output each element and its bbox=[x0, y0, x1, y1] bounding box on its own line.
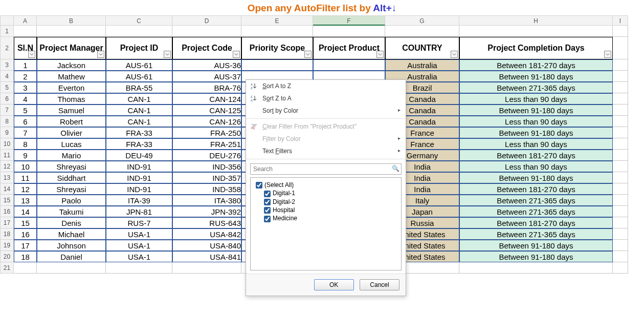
cell-completion[interactable]: Between 181-270 days bbox=[459, 150, 613, 161]
cell-project-code[interactable]: FRA-250 bbox=[172, 127, 241, 138]
cell-project-id[interactable]: AUS-61 bbox=[106, 59, 172, 71]
col-header-G[interactable]: G bbox=[385, 15, 459, 26]
cell-manager[interactable]: Mathew bbox=[37, 71, 106, 82]
row-header-16[interactable]: 16 bbox=[0, 206, 14, 217]
cell-completion[interactable]: Less than 90 days bbox=[459, 116, 613, 127]
cell-sln[interactable]: 2 bbox=[14, 71, 37, 82]
cell-manager[interactable]: Siddhart bbox=[37, 172, 106, 183]
cell-completion[interactable]: Between 181-270 days bbox=[459, 217, 613, 228]
filter-option[interactable]: Digital-2 bbox=[253, 198, 399, 206]
row-header-19[interactable]: 19 bbox=[0, 240, 14, 251]
ok-button[interactable]: OK bbox=[314, 279, 354, 290]
cell-project-code[interactable]: FRA-251 bbox=[172, 138, 241, 150]
row-header-18[interactable]: 18 bbox=[0, 228, 14, 240]
cell-manager[interactable]: Takumi bbox=[37, 206, 106, 217]
filter-checkbox[interactable] bbox=[264, 191, 271, 197]
cell-project-code[interactable]: RUS-643 bbox=[172, 217, 241, 228]
filter-dropdown-button[interactable] bbox=[97, 51, 104, 58]
empty-cell[interactable] bbox=[172, 262, 241, 274]
col-header-B[interactable]: B bbox=[37, 15, 106, 26]
cell-project-code[interactable]: IND-356 bbox=[172, 161, 241, 172]
cell-project-id[interactable]: CAN-1 bbox=[106, 116, 172, 127]
cell-completion[interactable]: Less than 90 days bbox=[459, 161, 613, 172]
empty-cell[interactable] bbox=[459, 26, 613, 37]
cell-project-id[interactable]: USA-1 bbox=[106, 228, 172, 240]
cell-project-code[interactable]: CAN-125 bbox=[172, 105, 241, 116]
cell-project-code[interactable]: AUS-37 bbox=[172, 71, 241, 82]
empty-cell[interactable] bbox=[613, 172, 628, 183]
col-header-D[interactable]: D bbox=[172, 15, 241, 26]
row-header-11[interactable]: 11 bbox=[0, 150, 14, 161]
row-header-15[interactable]: 15 bbox=[0, 195, 14, 206]
empty-cell[interactable] bbox=[613, 150, 628, 161]
cell-manager[interactable]: Lucas bbox=[37, 138, 106, 150]
empty-cell[interactable] bbox=[613, 240, 628, 251]
sort-a-to-z[interactable]: AZ Sort A to Z bbox=[246, 80, 406, 92]
cell-manager[interactable]: Jackson bbox=[37, 59, 106, 71]
cell-manager[interactable]: Shreyasi bbox=[37, 183, 106, 195]
cell-manager[interactable]: Paolo bbox=[37, 195, 106, 206]
cell-sln[interactable]: 9 bbox=[14, 150, 37, 161]
col-header-F[interactable]: F bbox=[313, 15, 385, 26]
col-header-H[interactable]: H bbox=[459, 15, 613, 26]
row-header-2[interactable]: 2 bbox=[0, 37, 14, 59]
empty-cell[interactable] bbox=[613, 206, 628, 217]
cell-project-code[interactable]: JPN-392 bbox=[172, 206, 241, 217]
filter-checkbox[interactable] bbox=[264, 216, 271, 222]
empty-cell[interactable] bbox=[613, 71, 628, 82]
table-header[interactable]: Sl.N bbox=[14, 37, 37, 59]
cell-project-id[interactable]: DEU-49 bbox=[106, 150, 172, 161]
cell-project-code[interactable]: AUS-36 bbox=[172, 59, 241, 71]
cell-project-id[interactable]: JPN-81 bbox=[106, 206, 172, 217]
cell-completion[interactable]: Between 271-365 days bbox=[459, 195, 613, 206]
empty-cell[interactable] bbox=[385, 26, 459, 37]
cell-project-id[interactable]: IND-91 bbox=[106, 172, 172, 183]
cell-project-id[interactable]: IND-91 bbox=[106, 183, 172, 195]
filter-dropdown-button[interactable] bbox=[233, 51, 240, 58]
filter-dropdown-button[interactable] bbox=[451, 51, 458, 58]
col-header-A[interactable]: A bbox=[14, 15, 37, 26]
filter-dropdown-button[interactable] bbox=[604, 51, 611, 58]
cell-sln[interactable]: 16 bbox=[14, 228, 37, 240]
filter-option[interactable]: Hospital bbox=[253, 206, 399, 214]
cell-sln[interactable]: 13 bbox=[14, 195, 37, 206]
row-header-4[interactable]: 4 bbox=[0, 71, 14, 82]
table-header[interactable]: Project Completion Days bbox=[459, 37, 613, 59]
table-header[interactable]: COUNTRY bbox=[385, 37, 459, 59]
cell-project-code[interactable]: DEU-276 bbox=[172, 150, 241, 161]
cell-project-code[interactable]: USA-841 bbox=[172, 251, 241, 262]
filter-dropdown-button[interactable] bbox=[304, 51, 312, 58]
cell-project-code[interactable]: USA-842 bbox=[172, 228, 241, 240]
cell-manager[interactable]: Everton bbox=[37, 82, 106, 93]
row-header-14[interactable]: 14 bbox=[0, 183, 14, 195]
row-header-13[interactable]: 13 bbox=[0, 172, 14, 183]
cell-manager[interactable]: Thomas bbox=[37, 93, 106, 105]
cell-project-id[interactable]: IND-91 bbox=[106, 161, 172, 172]
cell-sln[interactable]: 4 bbox=[14, 93, 37, 105]
cell-sln[interactable]: 15 bbox=[14, 217, 37, 228]
cell-completion[interactable]: Between 271-365 days bbox=[459, 228, 613, 240]
cell-project-code[interactable]: CAN-126 bbox=[172, 116, 241, 127]
row-header-5[interactable]: 5 bbox=[0, 82, 14, 93]
empty-cell[interactable] bbox=[613, 262, 628, 274]
row-header-8[interactable]: 8 bbox=[0, 116, 14, 127]
empty-cell[interactable] bbox=[613, 195, 628, 206]
filter-option[interactable]: Medicine bbox=[253, 214, 399, 222]
cell-completion[interactable]: Between 271-365 days bbox=[459, 206, 613, 217]
empty-cell[interactable] bbox=[241, 26, 313, 37]
empty-cell[interactable] bbox=[613, 228, 628, 240]
cell-project-id[interactable]: RUS-7 bbox=[106, 217, 172, 228]
row-header-9[interactable]: 9 bbox=[0, 127, 14, 138]
cell-completion[interactable]: Between 91-180 days bbox=[459, 251, 613, 262]
cell-manager[interactable]: Samuel bbox=[37, 105, 106, 116]
empty-cell[interactable] bbox=[37, 262, 106, 274]
cell-sln[interactable]: 12 bbox=[14, 183, 37, 195]
row-header-3[interactable]: 3 bbox=[0, 59, 14, 71]
row-header-10[interactable]: 10 bbox=[0, 138, 14, 150]
filter-option[interactable]: (Select All) bbox=[253, 181, 399, 189]
row-header-17[interactable]: 17 bbox=[0, 217, 14, 228]
cell-country[interactable]: Australia bbox=[385, 59, 459, 71]
empty-cell[interactable] bbox=[613, 127, 628, 138]
cell-sln[interactable]: 6 bbox=[14, 116, 37, 127]
cell-project-id[interactable]: CAN-1 bbox=[106, 93, 172, 105]
